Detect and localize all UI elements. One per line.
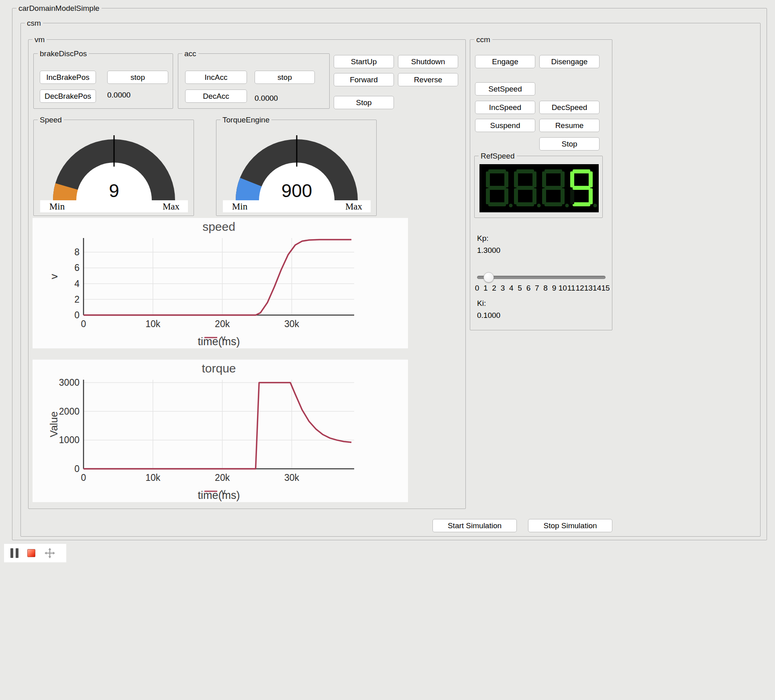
svg-text:9: 9 xyxy=(109,180,119,201)
svg-text:v: v xyxy=(221,487,226,496)
group-refspeed: RefSpeed xyxy=(474,156,603,218)
disengage-button[interactable]: Disengage xyxy=(539,55,600,68)
ki-label: Ki: xyxy=(477,299,486,308)
slider-tick-label: 5 xyxy=(518,284,522,293)
svg-text:900: 900 xyxy=(281,180,312,201)
group-title: acc xyxy=(182,49,198,58)
svg-text:30k: 30k xyxy=(284,472,300,483)
slider-tick-label: 13 xyxy=(584,284,593,293)
svg-text:2000: 2000 xyxy=(59,406,80,417)
window: carDomainModelSimple csm vm brakeDiscPos… xyxy=(0,0,775,700)
kp-slider-handle[interactable] xyxy=(483,272,494,283)
group-title: ccm xyxy=(474,35,492,44)
slider-tick-label: 1 xyxy=(483,284,488,293)
svg-text:10k: 10k xyxy=(145,472,161,483)
svg-text:4: 4 xyxy=(74,279,80,289)
acc-value: 0.0000 xyxy=(255,94,278,103)
decspeed-button[interactable]: DecSpeed xyxy=(539,101,600,114)
vm-stop-button[interactable]: Stop xyxy=(334,96,394,109)
inc-brake-pos-button[interactable]: IncBrakePos xyxy=(40,71,96,84)
group-title: carDomainModelSimple xyxy=(16,4,102,13)
slider-ticks: 0123456789101112131415 xyxy=(477,284,606,293)
slider-tick-label: 0 xyxy=(475,284,479,293)
group-title: TorqueEngine xyxy=(220,115,271,124)
group-ccm: ccm Engage Disengage SetSpeed IncSpeed D… xyxy=(470,39,612,330)
group-title: Speed xyxy=(38,115,64,124)
svg-text:30k: 30k xyxy=(284,319,300,329)
slider-tick-label: 8 xyxy=(543,284,548,293)
ccm-stop-button[interactable]: Stop xyxy=(539,137,600,151)
svg-text:10k: 10k xyxy=(145,319,161,329)
move-icon[interactable] xyxy=(44,547,55,559)
slider-tick-label: 14 xyxy=(593,284,601,293)
slider-tick-label: 2 xyxy=(492,284,496,293)
shutdown-button[interactable]: Shutdown xyxy=(398,55,458,68)
slider-tick-label: 7 xyxy=(535,284,539,293)
svg-text:time(ms): time(ms) xyxy=(198,489,240,501)
refspeed-lcd-display xyxy=(479,164,599,212)
start-simulation-button[interactable]: Start Simulation xyxy=(432,519,517,532)
dec-acc-button[interactable]: DecAcc xyxy=(185,90,247,103)
brake-pos-value: 0.0000 xyxy=(107,91,131,100)
svg-text:Value: Value xyxy=(48,411,60,438)
stop-simulation-button[interactable]: Stop Simulation xyxy=(528,519,612,532)
kp-label: Kp: xyxy=(477,234,489,243)
svg-text:2: 2 xyxy=(74,294,80,305)
group-acc: acc IncAcc stop DecAcc 0.0000 xyxy=(178,53,330,109)
slider-tick-label: 6 xyxy=(526,284,531,293)
group-title: vm xyxy=(33,35,47,44)
group-title: csm xyxy=(25,18,43,28)
forward-button[interactable]: Forward xyxy=(334,73,394,86)
dec-brake-pos-button[interactable]: DecBrakePos xyxy=(40,90,96,103)
speed-chart: 010k20k30k02468speedvtime(ms)v xyxy=(33,218,408,348)
svg-text:time(ms): time(ms) xyxy=(198,336,240,348)
svg-text:20k: 20k xyxy=(215,472,230,483)
svg-text:Min: Min xyxy=(232,201,248,212)
svg-text:0: 0 xyxy=(74,464,80,474)
svg-text:3000: 3000 xyxy=(59,377,80,388)
group-title: brakeDiscPos xyxy=(38,49,89,58)
record-icon[interactable] xyxy=(27,549,35,557)
resume-button[interactable]: Resume xyxy=(539,119,600,132)
svg-text:Max: Max xyxy=(345,201,363,212)
slider-tick-label: 12 xyxy=(575,284,584,293)
speed-gauge: 9MinMax xyxy=(38,131,190,214)
svg-text:torque: torque xyxy=(202,362,236,375)
brake-stop-button[interactable]: stop xyxy=(107,71,168,84)
slider-tick-label: 10 xyxy=(559,284,567,293)
torque-chart-panel: 010k20k30k0100020003000torqueValuetime(m… xyxy=(33,360,408,502)
startup-button[interactable]: StartUp xyxy=(334,55,394,68)
incspeed-button[interactable]: IncSpeed xyxy=(475,101,535,114)
slider-tick-label: 9 xyxy=(552,284,557,293)
ki-value: 0.1000 xyxy=(477,311,500,320)
svg-text:Max: Max xyxy=(163,201,180,212)
pause-icon[interactable] xyxy=(10,548,18,558)
svg-text:0: 0 xyxy=(74,310,80,320)
kp-value: 1.3000 xyxy=(477,246,500,255)
torque-engine-gauge: 900MinMax xyxy=(220,131,373,214)
group-carDomainModelSimple: carDomainModelSimple csm vm brakeDiscPos… xyxy=(12,8,767,540)
svg-text:8: 8 xyxy=(74,247,80,257)
speed-chart-panel: 010k20k30k02468speedvtime(ms)v xyxy=(33,218,408,348)
svg-text:v: v xyxy=(48,274,60,279)
svg-text:Min: Min xyxy=(49,201,65,212)
setspeed-button[interactable]: SetSpeed xyxy=(475,82,535,96)
suspend-button[interactable]: Suspend xyxy=(475,119,535,132)
svg-text:6: 6 xyxy=(74,262,80,273)
slider-tick-label: 3 xyxy=(501,284,505,293)
reverse-button[interactable]: Reverse xyxy=(398,73,458,86)
acc-stop-button[interactable]: stop xyxy=(255,71,315,84)
svg-text:v: v xyxy=(221,333,226,342)
kp-slider-track[interactable] xyxy=(477,276,606,279)
inc-acc-button[interactable]: IncAcc xyxy=(185,71,247,84)
engage-button[interactable]: Engage xyxy=(475,55,535,68)
group-speed-gauge: Speed 9MinMax xyxy=(33,120,194,216)
group-torque-gauge: TorqueEngine 900MinMax xyxy=(216,120,377,216)
group-vm: vm brakeDiscPos IncBrakePos stop DecBrak… xyxy=(28,39,466,509)
group-csm: csm vm brakeDiscPos IncBrakePos stop Dec… xyxy=(20,23,761,537)
svg-text:0: 0 xyxy=(81,319,86,329)
svg-text:0: 0 xyxy=(81,472,86,483)
slider-tick-label: 4 xyxy=(509,284,514,293)
torque-chart: 010k20k30k0100020003000torqueValuetime(m… xyxy=(33,360,408,502)
slider-tick-label: 11 xyxy=(567,284,575,293)
